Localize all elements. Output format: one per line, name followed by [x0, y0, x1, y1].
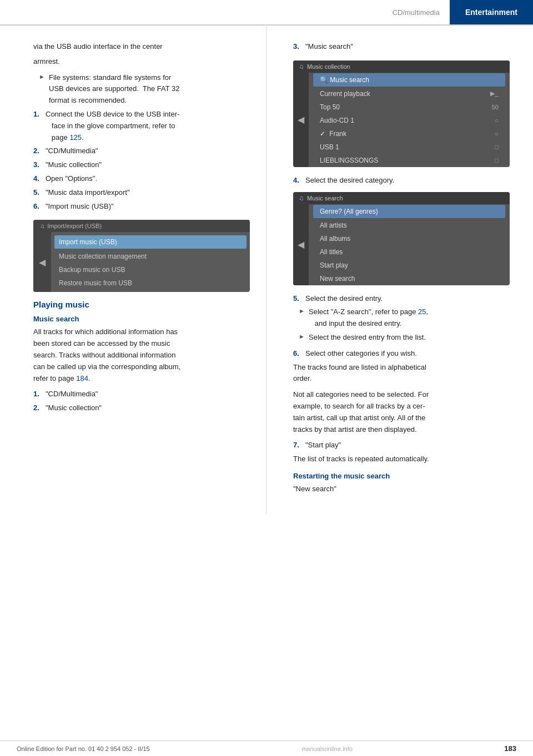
step-2: 2. "CD/Multimedia"	[33, 145, 246, 157]
music-search-body: All tracks for which additional informat…	[33, 326, 246, 384]
music-note-icon: ♫	[299, 63, 304, 70]
import-item-usb: Import music (USB)	[54, 235, 247, 249]
import-item-collection: Music collection management	[51, 250, 250, 263]
music-search-screenshot2: ♫ Music search ◀ Genre? (All genres) All…	[293, 192, 510, 285]
ms-step-1: 1. "CD/Multimedia"	[33, 389, 246, 400]
bullet-filesystem-text: File systems: standard file systems forU…	[49, 72, 246, 107]
bullet-arrow-az: ►	[299, 308, 309, 330]
step-4-right-text: Select the desired category.	[305, 175, 513, 187]
music-collection-left-arrow: ◀	[293, 73, 309, 167]
step-4-left-num: 4.	[33, 173, 46, 185]
step-3-right-num: 3.	[293, 41, 305, 53]
import-title-bar: ♫ Import/export (USB)	[33, 220, 250, 232]
step-3-right-text: "Music search"	[305, 41, 513, 53]
step-6-left-num: 6.	[33, 201, 46, 213]
step-1-text: Connect the USB device to the USB inter‐…	[46, 109, 246, 143]
import-item-backup: Backup music on USB	[51, 263, 250, 276]
footer-watermark: manualsonline.info	[301, 745, 353, 752]
left-column: via the USB audio interface in the cente…	[0, 26, 266, 514]
bullet-arrow-list: ►	[299, 333, 309, 344]
music-collection-title: Music collection	[307, 63, 350, 70]
menu-item-audiocd1: Audio-CD 1 ○	[309, 114, 510, 127]
bullet-select-list-text: Select the desired entry from the list.	[309, 332, 513, 344]
restarting-body: "New search"	[293, 483, 513, 495]
ms-step-2: 2. "Music collection"	[33, 402, 246, 414]
music-search-items2: Genre? (All genres) All artists All albu…	[309, 204, 510, 285]
bullet-az-search: ► Select "A-Z search", refer to page 25,…	[293, 306, 513, 330]
page-footer: Online Edition for Part no. 01 40 2 954 …	[0, 740, 533, 756]
step-7-right-text: "Start play"	[305, 440, 513, 451]
step-6-right-num: 6.	[293, 348, 305, 360]
step7-body: The list of tracks is repeated automatic…	[293, 453, 513, 465]
bullet-filesystem: ► File systems: standard file systems fo…	[33, 72, 246, 107]
step-5-left: 5. "Music data import/export"	[33, 187, 246, 199]
usb1-label: USB 1	[320, 143, 339, 151]
link-125[interactable]: 125	[69, 133, 82, 142]
ms-step-1-text: "CD/Multimedia"	[46, 389, 246, 400]
frank-label: ✓ Frank	[320, 130, 346, 138]
top50-value: 50	[492, 104, 499, 110]
step-2-text: "CD/Multimedia"	[46, 145, 246, 157]
music-search-menu-area2: ◀ Genre? (All genres) All artists All al…	[293, 204, 510, 285]
step-2-num: 2.	[33, 145, 46, 157]
top50-label: Top 50	[320, 103, 340, 111]
step-3-left-num: 3.	[33, 159, 46, 171]
ms-step-2-text: "Music collection"	[46, 402, 246, 414]
page-header: CD/multimedia Entertainment	[0, 0, 533, 26]
step-5-right-text: Select the desired entry.	[305, 293, 513, 305]
lieblings-icon: □	[495, 157, 499, 164]
intro-line1: via the USB audio interface in the cente…	[33, 41, 246, 53]
music-search-title2: Music search	[307, 195, 343, 201]
ms-step-2-num: 2.	[33, 402, 46, 414]
import-left-arrow: ◀	[33, 232, 51, 292]
step-6-left: 6. "Import music (USB)"	[33, 201, 246, 213]
music-search-left-arrow2: ◀	[293, 204, 309, 285]
menu-item-top50: Top 50 50	[309, 100, 510, 114]
playback-icon: ▶​⎯	[490, 90, 499, 97]
step6-body2: Not all categories need to be selected. …	[293, 389, 513, 435]
bullet-az-text: Select "A-Z search", refer to page 25, a…	[309, 306, 513, 330]
step-4-right-num: 4.	[293, 175, 305, 187]
bullet-select-list: ► Select the desired entry from the list…	[293, 332, 513, 344]
step-4-left: 4. Open "Options".	[33, 173, 246, 185]
menu-item-lieblings: LIEBLINGSSONGS □	[309, 154, 510, 167]
menu-item-music-search: 🔍 Music search	[313, 73, 505, 87]
menu-item-all-albums: All albums	[309, 232, 510, 245]
link-25[interactable]: 25	[418, 308, 426, 316]
page-content: via the USB audio interface in the cente…	[0, 26, 533, 514]
music-note-icon2: ♫	[299, 194, 304, 202]
step-3-left-text: "Music collection"	[46, 159, 246, 171]
left-arrow-icon: ◀	[39, 257, 46, 268]
header-entertainment-label: Entertainment	[450, 0, 533, 24]
left-arrow-icon: ◀	[298, 114, 304, 125]
menu-item-new-search: New search	[309, 272, 510, 285]
right-column: 3. "Music search" ♫ Music collection ◀ 🔍…	[266, 26, 533, 514]
cd-icon: ○	[495, 117, 499, 124]
music-collection-title-bar: ♫ Music collection	[293, 61, 510, 73]
restarting-heading: Restarting the music search	[293, 472, 513, 480]
music-icon: ♫	[40, 223, 44, 229]
music-search-title-bar2: ♫ Music search	[293, 192, 510, 204]
music-collection-menu-area: ◀ 🔍 Music search Current playback ▶​⎯ To…	[293, 73, 510, 167]
step-5-left-text: "Music data import/export"	[46, 187, 246, 199]
import-menu: ◀ Import music (USB) Music collection ma…	[33, 232, 250, 292]
step-5-right-num: 5.	[293, 293, 305, 305]
import-item-restore: Restore music from USB	[51, 276, 250, 290]
step-6-right-text: Select other categories if you wish.	[305, 348, 513, 360]
step-1: 1. Connect the USB device to the USB int…	[33, 109, 246, 143]
header-cd-label: CD/multimedia	[383, 8, 450, 17]
music-search-subheading: Music search	[33, 315, 246, 323]
step-4-left-text: Open "Options".	[46, 173, 246, 185]
ms-step-1-num: 1.	[33, 389, 46, 400]
lieblings-label: LIEBLINGSSONGS	[320, 157, 378, 164]
import-items-list: Import music (USB) Music collection mana…	[51, 232, 250, 292]
menu-item-all-artists: All artists	[309, 219, 510, 232]
link-184[interactable]: 184	[76, 374, 88, 382]
step-5-right: 5. Select the desired entry.	[293, 293, 513, 305]
step-3-right: 3. "Music search"	[293, 41, 513, 53]
step6-body1: The tracks found are listed in alphabeti…	[293, 362, 513, 385]
step-4-right: 4. Select the desired category.	[293, 175, 513, 187]
step-7-right-num: 7.	[293, 440, 305, 451]
music-collection-screenshot: ♫ Music collection ◀ 🔍 Music search Curr…	[293, 61, 510, 167]
usb1-icon: □	[495, 144, 499, 150]
